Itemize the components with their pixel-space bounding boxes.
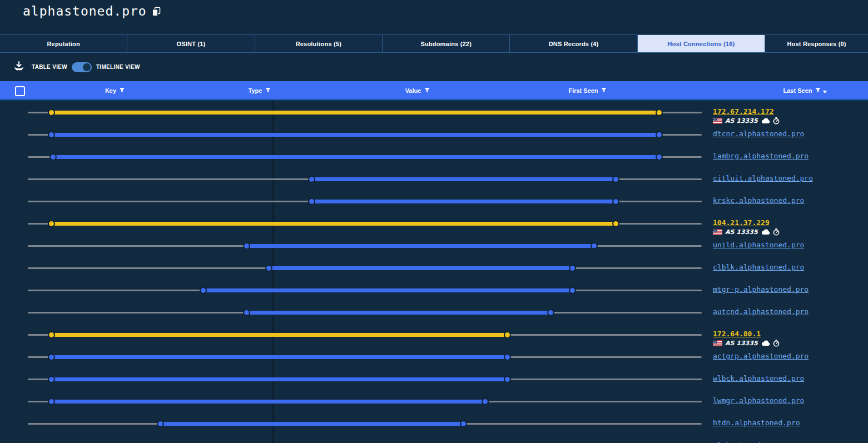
ip-link[interactable]: 172.64.80.1	[713, 330, 761, 338]
view-toolbar: TABLE VIEW TIMELINE VIEW	[0, 53, 868, 81]
timeline-endpoint-dot[interactable]	[200, 287, 207, 294]
timeline-endpoint-dot[interactable]	[569, 265, 576, 272]
filter-icon[interactable]	[815, 87, 821, 93]
column-header-type[interactable]: Type	[249, 81, 271, 99]
subdomain-label-block: citluit.alphastoned.pro	[713, 174, 813, 182]
view-toggle[interactable]	[72, 62, 92, 72]
timeline-endpoint-dot[interactable]	[591, 242, 598, 250]
timeline-row: htdn.alphastoned.pro	[0, 412, 868, 435]
copy-icon[interactable]	[152, 7, 161, 19]
timeline-endpoint-dot[interactable]	[569, 287, 576, 294]
timeline-endpoint-dot[interactable]	[482, 398, 489, 405]
tab-dns-records[interactable]: DNS Records (4)	[510, 35, 637, 52]
subdomain-label-block: wlbck.alphastoned.pro	[713, 374, 804, 382]
subdomain-link[interactable]: citluit.alphastoned.pro	[713, 174, 813, 182]
column-label: Key	[105, 87, 116, 94]
timeline-endpoint-dot[interactable]	[49, 153, 57, 161]
timeline-panel: 172.67.214.172AS 13335dtcnr.alphastoned.…	[0, 101, 868, 443]
timeline-endpoint-dot[interactable]	[48, 398, 55, 405]
timeline-endpoint-dot[interactable]	[504, 354, 511, 361]
filter-icon[interactable]	[119, 87, 125, 93]
timeline-endpoint-dot[interactable]	[243, 242, 250, 250]
ip-label-block: 104.21.37.229AS 13335	[713, 218, 780, 236]
timeline-bar[interactable]	[51, 400, 485, 404]
tab-resolutions[interactable]: Resolutions (5)	[255, 35, 383, 52]
timeline-endpoint-dot[interactable]	[48, 109, 55, 116]
timeline-bar[interactable]	[53, 155, 659, 159]
subdomain-link[interactable]: alphastoned.pro	[713, 441, 778, 443]
tab-host-responses[interactable]: Host Responses (0)	[765, 35, 868, 52]
timeline-row: lwmgr.alphastoned.pro	[0, 390, 868, 412]
tab-subdomains[interactable]: Subdomains (22)	[383, 35, 510, 52]
timeline-endpoint-dot[interactable]	[656, 153, 663, 161]
timeline-endpoint-dot[interactable]	[48, 220, 55, 227]
subdomain-label-block: alphastoned.pro	[713, 441, 778, 443]
timeline-bar[interactable]	[246, 311, 550, 315]
ip-link[interactable]: 172.67.214.172	[713, 107, 774, 116]
filter-icon[interactable]	[265, 87, 271, 93]
timeline-endpoint-dot[interactable]	[308, 198, 315, 205]
timeline-bar[interactable]	[51, 222, 616, 226]
timeline-endpoint-dot[interactable]	[656, 131, 663, 138]
timeline-bar[interactable]	[269, 266, 572, 270]
timeline-bar[interactable]	[311, 200, 616, 203]
column-header-value[interactable]: Value	[405, 81, 430, 99]
subdomain-link[interactable]: actgrp.alphastoned.pro	[713, 352, 809, 360]
table-header: Key Type Value First Seen Last Seen	[0, 81, 868, 101]
timeline-bar[interactable]	[203, 288, 572, 292]
tab-bar: Reputation OSINT (1) Resolutions (5) Sub…	[0, 34, 868, 53]
timeline-bar[interactable]	[51, 377, 507, 381]
subdomain-link[interactable]: unild.alphastoned.pro	[713, 241, 804, 249]
column-label: First Seen	[568, 87, 598, 94]
subdomain-link[interactable]: htdn.alphastoned.pro	[713, 419, 800, 427]
subdomain-link[interactable]: clblk.alphastoned.pro	[713, 263, 804, 271]
page-title: alphastoned.pro	[23, 4, 147, 18]
timeline-row: wlbck.alphastoned.pro	[0, 368, 868, 390]
filter-icon[interactable]	[424, 87, 430, 93]
timeline-endpoint-dot[interactable]	[48, 354, 55, 361]
timeline-endpoint-dot[interactable]	[48, 331, 55, 339]
timeline-endpoint-dot[interactable]	[157, 420, 164, 427]
timeline-bar[interactable]	[311, 177, 616, 181]
filter-icon[interactable]	[601, 87, 607, 93]
timeline-bar[interactable]	[160, 422, 463, 426]
timeline-endpoint-dot[interactable]	[265, 265, 272, 272]
ip-link[interactable]: 104.21.37.229	[713, 218, 770, 227]
timeline-endpoint-dot[interactable]	[504, 331, 511, 339]
timeline-bar[interactable]	[51, 333, 507, 337]
timeline-endpoint-dot[interactable]	[656, 109, 663, 116]
timeline-endpoint-dot[interactable]	[243, 309, 250, 316]
timeline-endpoint-dot[interactable]	[308, 176, 315, 183]
timeline-endpoint-dot[interactable]	[612, 220, 619, 227]
timeline-row: unild.alphastoned.pro	[0, 235, 868, 257]
column-header-first-seen[interactable]: First Seen	[568, 81, 607, 99]
tab-reputation[interactable]: Reputation	[0, 35, 127, 52]
download-icon[interactable]	[14, 61, 24, 73]
column-header-key[interactable]: Key	[105, 81, 125, 99]
timeline-bar[interactable]	[246, 244, 594, 248]
tab-host-connections[interactable]: Host Connections (16)	[638, 35, 765, 52]
timeline-bar[interactable]	[51, 111, 659, 115]
subdomain-link[interactable]: dtcnr.alphastoned.pro	[713, 130, 804, 138]
timeline-row: 172.67.214.172AS 13335	[0, 101, 868, 123]
timeline-endpoint-dot[interactable]	[48, 376, 55, 383]
column-header-last-seen[interactable]: Last Seen	[783, 81, 827, 99]
subdomain-label-block: autcnd.alphastoned.pro	[713, 307, 809, 316]
tab-osint[interactable]: OSINT (1)	[127, 35, 255, 52]
subdomain-link[interactable]: mtgr-p.alphastoned.pro	[713, 285, 809, 293]
subdomain-link[interactable]: autcnd.alphastoned.pro	[713, 307, 809, 316]
timeline-endpoint-dot[interactable]	[612, 176, 619, 183]
select-all-checkbox[interactable]	[15, 86, 25, 96]
subdomain-link[interactable]: krskc.alphastoned.pro	[713, 196, 804, 205]
timeline-endpoint-dot[interactable]	[48, 131, 55, 138]
timeline-endpoint-dot[interactable]	[460, 420, 467, 427]
timeline-bar[interactable]	[51, 355, 507, 359]
timeline-endpoint-dot[interactable]	[612, 198, 619, 205]
timeline-bar[interactable]	[51, 133, 659, 137]
timeline-row: lambrg.alphastoned.pro	[0, 146, 868, 168]
timeline-endpoint-dot[interactable]	[547, 309, 554, 316]
subdomain-link[interactable]: wlbck.alphastoned.pro	[713, 374, 804, 382]
subdomain-link[interactable]: lambrg.alphastoned.pro	[713, 152, 809, 160]
subdomain-link[interactable]: lwmgr.alphastoned.pro	[713, 396, 804, 405]
timeline-endpoint-dot[interactable]	[504, 376, 511, 383]
